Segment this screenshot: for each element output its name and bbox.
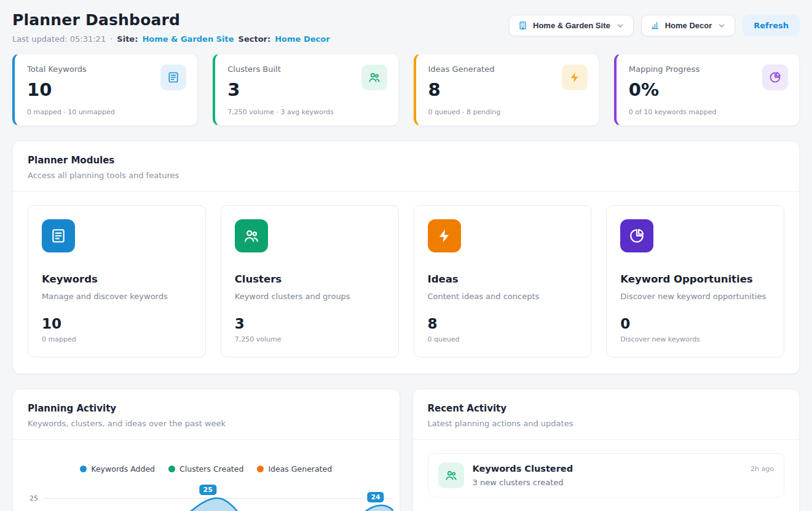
legend-label: Keywords Added bbox=[91, 464, 155, 474]
panel-subtitle: Latest planning actions and updates bbox=[428, 419, 785, 428]
y-axis-tick: 25 bbox=[24, 494, 38, 502]
stat-main: Clusters Built 3 7,250 volume · 3 avg ke… bbox=[227, 64, 333, 116]
stat-card-clusters-built: Clusters Built 3 7,250 volume · 3 avg ke… bbox=[213, 53, 398, 126]
sector-selector-label: Home Decor bbox=[665, 21, 712, 30]
recent-activity-head: Recent Activity Latest planning actions … bbox=[413, 389, 800, 439]
bolt-icon bbox=[562, 64, 588, 90]
legend-label: Clusters Created bbox=[179, 464, 243, 474]
bar-chart-icon bbox=[650, 21, 660, 30]
building-icon bbox=[518, 21, 527, 30]
planner-modules-head: Planner Modules Access all planning tool… bbox=[13, 141, 799, 191]
activity-description: 3 new clusters created bbox=[473, 478, 743, 487]
module-card-keyword-opportunities[interactable]: Keyword Opportunities Discover new keywo… bbox=[606, 205, 784, 357]
panel-title: Planner Modules bbox=[28, 155, 784, 166]
meta-separator: · bbox=[110, 34, 112, 44]
module-card-keywords[interactable]: Keywords Manage and discover keywords 10… bbox=[28, 205, 206, 357]
stat-label: Ideas Generated bbox=[428, 64, 501, 74]
chart-y-axis: 25 bbox=[24, 482, 44, 511]
stat-card-mapping-progress: Mapping Progress 0% 0 of 10 keywords map… bbox=[614, 53, 800, 126]
chevron-down-icon bbox=[616, 21, 625, 30]
module-title: Ideas bbox=[428, 273, 578, 285]
header-actions: Home & Garden Site Home Decor Refresh bbox=[509, 15, 800, 36]
legend-item-keywords-added: Keywords Added bbox=[80, 464, 155, 474]
module-description: Content ideas and concepts bbox=[428, 292, 578, 301]
module-title: Keyword Opportunities bbox=[620, 273, 770, 285]
planning-activity-panel: Planning Activity Keywords, clusters, an… bbox=[12, 389, 400, 511]
panel-subtitle: Access all planning tools and features bbox=[28, 171, 784, 180]
stat-subtext: 0 queued · 8 pending bbox=[428, 108, 501, 116]
site-selector-dropdown[interactable]: Home & Garden Site bbox=[509, 15, 634, 36]
module-title: Keywords bbox=[42, 273, 192, 285]
stat-label: Total Keywords bbox=[27, 64, 115, 74]
activity-title: Keywords Clustered bbox=[473, 464, 743, 474]
module-value: 0 bbox=[620, 316, 770, 332]
stat-subtext: 0 mapped · 10 unmapped bbox=[27, 108, 115, 116]
activity-list: Keywords Clustered 3 new clusters create… bbox=[413, 440, 800, 511]
legend-label: Ideas Generated bbox=[268, 464, 332, 474]
legend-dot bbox=[80, 466, 87, 472]
planning-activity-head: Planning Activity Keywords, clusters, an… bbox=[13, 389, 400, 439]
pie-chart-icon bbox=[762, 64, 788, 90]
module-subtext: 7,250 volume bbox=[235, 335, 385, 343]
stat-value: 10 bbox=[27, 79, 115, 100]
chart-plot-area: 25 24 bbox=[44, 482, 393, 511]
bolt-icon bbox=[428, 219, 461, 252]
stat-value: 3 bbox=[227, 79, 333, 100]
legend-dot bbox=[168, 466, 175, 472]
meta-line: Last updated: 05:31:21 · Site: Home & Ga… bbox=[12, 34, 330, 44]
document-icon bbox=[42, 219, 75, 252]
stat-subtext: 7,250 volume · 3 avg keywords bbox=[227, 108, 333, 116]
panel-title: Planning Activity bbox=[28, 403, 385, 414]
stats-row: Total Keywords 10 0 mapped · 10 unmapped… bbox=[12, 53, 800, 126]
recent-activity-panel: Recent Activity Latest planning actions … bbox=[412, 389, 800, 511]
stat-main: Total Keywords 10 0 mapped · 10 unmapped bbox=[27, 64, 115, 116]
module-value: 3 bbox=[235, 316, 385, 332]
module-description: Discover new keyword opportunities bbox=[620, 292, 770, 301]
site-link[interactable]: Home & Garden Site bbox=[142, 34, 234, 44]
activity-timestamp: 2h ago bbox=[751, 465, 774, 473]
users-icon bbox=[235, 219, 268, 252]
legend-item-clusters-created: Clusters Created bbox=[168, 464, 243, 474]
legend-dot bbox=[257, 466, 264, 472]
sector-link[interactable]: Home Decor bbox=[275, 34, 329, 44]
sector-selector-dropdown[interactable]: Home Decor bbox=[641, 15, 736, 36]
stat-main: Ideas Generated 8 0 queued · 8 pending bbox=[428, 64, 501, 116]
point-label: 25 bbox=[200, 485, 216, 495]
module-card-clusters[interactable]: Clusters Keyword clusters and groups 3 7… bbox=[221, 205, 399, 357]
module-subtext: Discover new keywords bbox=[620, 335, 770, 343]
chart-legend: Keywords Added Clusters Created Ideas Ge… bbox=[13, 464, 400, 474]
divider bbox=[13, 439, 400, 440]
stat-value: 8 bbox=[428, 79, 501, 100]
panel-title: Recent Activity bbox=[428, 403, 785, 414]
legend-item-ideas-generated: Ideas Generated bbox=[257, 464, 332, 474]
stat-card-total-keywords: Total Keywords 10 0 mapped · 10 unmapped bbox=[12, 53, 198, 126]
site-selector-label: Home & Garden Site bbox=[533, 21, 610, 30]
panel-subtitle: Keywords, clusters, and ideas over the p… bbox=[28, 419, 385, 428]
module-value: 10 bbox=[42, 316, 192, 332]
sector-label: Sector: bbox=[238, 34, 271, 44]
header-left: Planner Dashboard Last updated: 05:31:21… bbox=[12, 11, 330, 44]
last-updated-text: Last updated: 05:31:21 bbox=[12, 34, 106, 44]
module-value: 8 bbox=[428, 316, 578, 332]
module-card-ideas[interactable]: Ideas Content ideas and concepts 8 0 que… bbox=[414, 205, 592, 357]
module-description: Manage and discover keywords bbox=[42, 292, 192, 301]
planner-modules-panel: Planner Modules Access all planning tool… bbox=[12, 141, 800, 374]
refresh-button[interactable]: Refresh bbox=[743, 15, 800, 36]
bottom-row: Planning Activity Keywords, clusters, an… bbox=[12, 374, 800, 511]
modules-grid: Keywords Manage and discover keywords 10… bbox=[13, 192, 799, 373]
chevron-down-icon bbox=[717, 21, 726, 30]
pie-chart-icon bbox=[620, 219, 653, 252]
module-description: Keyword clusters and groups bbox=[235, 292, 385, 301]
stat-label: Mapping Progress bbox=[629, 64, 717, 74]
module-subtext: 0 mapped bbox=[42, 335, 192, 343]
module-subtext: 0 queued bbox=[428, 335, 578, 343]
users-icon bbox=[438, 462, 464, 488]
area-series-keywords-added bbox=[44, 482, 393, 511]
document-icon bbox=[160, 64, 186, 90]
list-item-keywords-clustered[interactable]: Keywords Clustered 3 new clusters create… bbox=[428, 453, 785, 497]
module-title: Clusters bbox=[235, 273, 385, 285]
activity-chart: 25 25 24 bbox=[13, 482, 400, 511]
users-icon bbox=[361, 64, 387, 90]
stat-label: Clusters Built bbox=[227, 64, 333, 74]
point-label: 24 bbox=[367, 492, 384, 502]
